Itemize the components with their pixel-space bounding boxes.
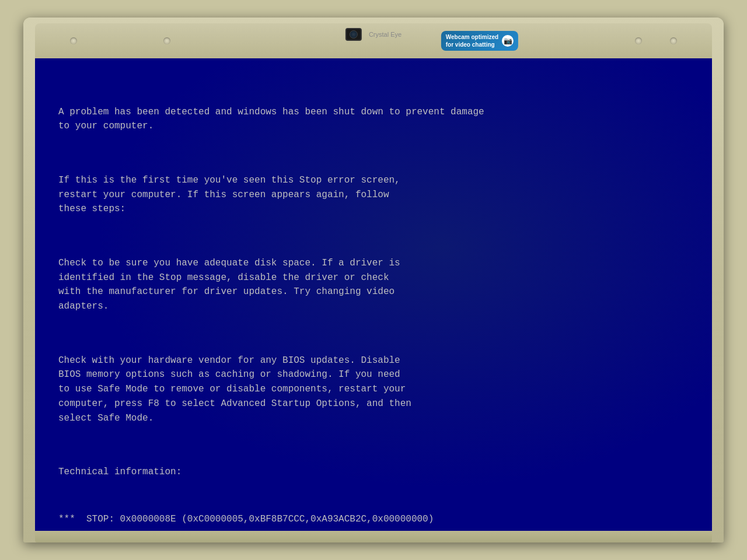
- bsod-paragraph3: Check to be sure you have adequate disk …: [58, 256, 689, 314]
- webcam-badge-line1: Webcam optimized: [446, 33, 498, 41]
- webcam-badge: Webcam optimized for video chatting 📷: [441, 31, 518, 51]
- bsod-text: A problem has been detected and windows …: [58, 76, 689, 531]
- bsod-paragraph2: If this is the first time you've seen th…: [58, 173, 689, 216]
- bsod-stop-line: *** STOP: 0x0000008E (0xC0000005,0xBF8B7…: [58, 512, 689, 527]
- bsod-technical-label: Technical information:: [58, 465, 689, 480]
- webcam-badge-line2: for video chatting: [446, 41, 498, 48]
- bezel-dot-4: [670, 37, 677, 44]
- laptop-frame: Crystal Eye Webcam optimized for video c…: [23, 18, 724, 542]
- crystal-eye-label: Crystal Eye: [369, 31, 402, 38]
- webcam-lens: [345, 28, 362, 41]
- bottom-bezel: [35, 531, 712, 542]
- bsod-paragraph4: Check with your hardware vendor for any …: [58, 354, 689, 426]
- screen-container: A problem has been detected and windows …: [35, 58, 712, 531]
- webcam-lens-inner: [350, 30, 358, 38]
- top-bezel: Crystal Eye Webcam optimized for video c…: [35, 23, 712, 58]
- webcam-icon: 📷: [502, 35, 514, 47]
- bezel-dot-3: [635, 37, 642, 44]
- bezel-dot-1: [70, 37, 77, 44]
- webcam-area: Crystal Eye Webcam optimized for video c…: [345, 28, 402, 41]
- bezel-dot-2: [163, 37, 170, 44]
- bsod-paragraph1: A problem has been detected and windows …: [58, 105, 689, 134]
- webcam-badge-text: Webcam optimized for video chatting: [446, 33, 498, 48]
- bsod-screen: A problem has been detected and windows …: [35, 58, 712, 531]
